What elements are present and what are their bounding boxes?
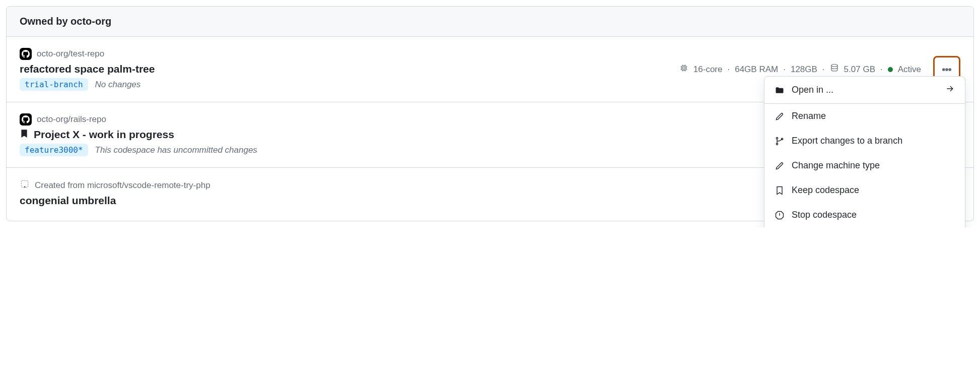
codespace-name[interactable]: refactored space palm-tree — [20, 63, 155, 75]
separator: · — [783, 65, 786, 75]
storage-size: 5.07 GB — [844, 65, 875, 75]
repo-name[interactable]: octo-org/rails-repo — [37, 114, 106, 124]
codespace-actions-menu: Open in ... Rename Export changes to a b… — [764, 76, 965, 227]
github-logo-icon — [20, 113, 32, 126]
change-status: This codespace has uncommitted changes — [95, 145, 257, 155]
menu-label: Export changes to a branch — [792, 136, 902, 146]
status-dot-icon — [888, 67, 893, 72]
separator: · — [880, 65, 883, 75]
menu-label: Change machine type — [792, 160, 880, 171]
menu-rename[interactable]: Rename — [764, 104, 965, 129]
database-icon — [830, 64, 839, 75]
menu-keep-codespace[interactable]: Keep codespace — [764, 178, 965, 203]
github-logo-icon — [20, 48, 32, 60]
svg-point-12 — [24, 186, 25, 188]
change-status: No changes — [95, 80, 141, 90]
codespaces-panel: Owned by octo-org octo-org/test-repo ref… — [6, 6, 974, 221]
menu-label: Rename — [792, 111, 826, 121]
svg-rect-1 — [683, 67, 685, 70]
arrow-right-icon — [945, 84, 955, 96]
bookmark-icon — [20, 129, 29, 141]
codespace-name[interactable]: Project X - work in progress — [34, 129, 174, 141]
menu-label: Stop codespace — [792, 210, 857, 220]
created-from-text: Created from microsoft/vscode-remote-try… — [35, 180, 211, 191]
separator: · — [727, 65, 730, 75]
svg-rect-0 — [681, 66, 686, 71]
template-icon — [20, 179, 30, 192]
svg-point-5 — [949, 69, 951, 71]
specs-ram: 64GB RAM — [735, 65, 778, 75]
menu-export-branch[interactable]: Export changes to a branch — [764, 129, 965, 153]
menu-label: Open in ... — [792, 85, 833, 95]
svg-point-4 — [946, 69, 948, 71]
branch-chip[interactable]: feature3000* — [20, 144, 88, 156]
cpu-icon — [679, 64, 688, 75]
status-label: Active — [898, 65, 921, 75]
menu-open-in[interactable]: Open in ... — [764, 77, 965, 104]
panel-header: Owned by octo-org — [7, 7, 973, 37]
repo-name[interactable]: octo-org/test-repo — [37, 49, 104, 59]
svg-point-6 — [776, 137, 778, 139]
codespace-name[interactable]: congenial umbrella — [20, 195, 116, 207]
svg-point-7 — [776, 143, 778, 145]
separator: · — [822, 65, 825, 75]
menu-stop-codespace[interactable]: Stop codespace — [764, 203, 965, 227]
panel-title: Owned by octo-org — [20, 16, 111, 27]
codespace-row: octo-org/test-repo refactored space palm… — [7, 37, 973, 102]
svg-point-3 — [943, 69, 945, 71]
menu-label: Keep codespace — [792, 185, 859, 196]
branch-chip[interactable]: trial-branch — [20, 78, 88, 91]
specs-disk: 128GB — [791, 65, 817, 75]
menu-change-machine[interactable]: Change machine type — [764, 153, 965, 178]
svg-point-2 — [831, 65, 837, 67]
specs-core: 16-core — [693, 65, 723, 75]
